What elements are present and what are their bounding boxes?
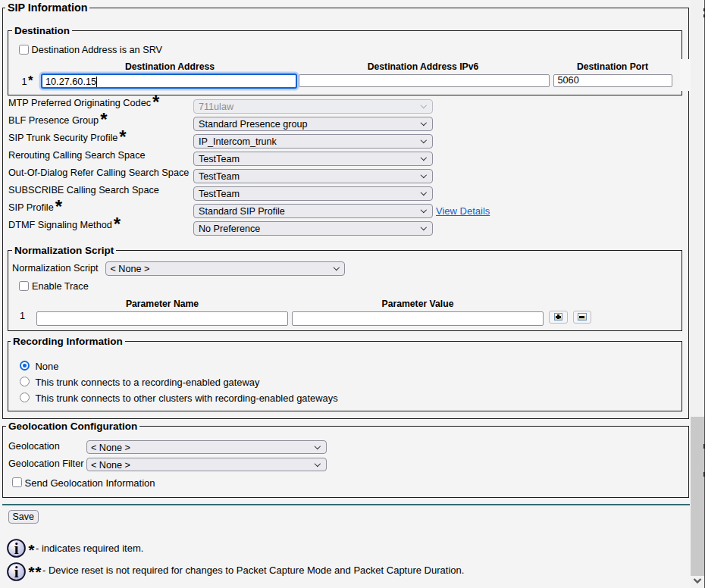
svg-text:i: i (14, 563, 19, 581)
svg-text:i: i (14, 540, 19, 558)
